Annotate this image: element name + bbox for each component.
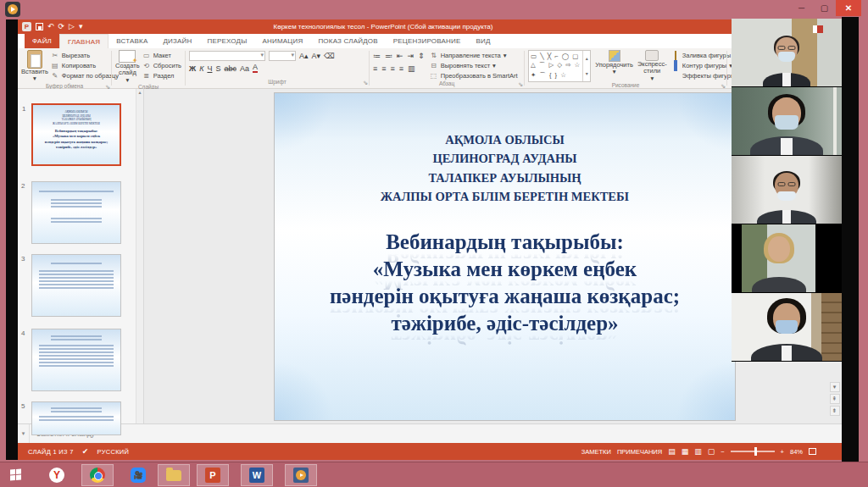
grow-font-button[interactable]: А▴ <box>299 52 309 60</box>
font-color-button[interactable]: А <box>253 64 258 73</box>
maximize-button[interactable]: ▢ <box>813 0 836 16</box>
slide-header-text[interactable]: АҚМОЛА ОБЛЫСЫ ЦЕЛИНОГРАД АУДАНЫ ТАЛАПКЕР… <box>275 130 735 207</box>
tab-insert[interactable]: ВСТАВКА <box>108 34 155 48</box>
font-size-combo[interactable] <box>269 51 296 61</box>
bold-button[interactable]: Ж <box>189 64 196 73</box>
slide-thumbnail-2[interactable]: 2 <box>31 181 121 244</box>
dialog-launcher-icon[interactable]: ⇘ <box>363 80 368 86</box>
tab-review[interactable]: РЕЦЕНЗИРОВАНИЕ <box>386 34 469 48</box>
slide-canvas[interactable]: АҚМОЛА ОБЛЫСЫ ЦЕЛИНОГРАД АУДАНЫ ТАЛАПКЕР… <box>274 92 736 421</box>
slide-thumbnail-1[interactable]: 1 АҚМОЛА ОБЛЫСЫЦЕЛИНОГРАД АУДАНЫ ТАЛАПКЕ… <box>31 103 121 166</box>
taskbar-zoom[interactable]: 🎥 <box>122 464 154 486</box>
taskbar-yandex-browser[interactable]: Y <box>41 464 73 486</box>
participant-video-2[interactable] <box>732 87 842 155</box>
align-text-button[interactable]: ⊟Выровнять текст▾ <box>430 60 518 70</box>
underline-button[interactable]: Ч <box>207 64 212 73</box>
shape-outline-button[interactable]: Контур фигуры▾ <box>671 60 741 70</box>
bullets-button[interactable]: ≔ <box>373 52 381 60</box>
thumbnails-scrollbar[interactable]: ▴ <box>136 89 143 423</box>
slide-title-text[interactable]: Вебинардың тақырыбы: «Музыка мен көркем … <box>275 229 735 337</box>
tab-slideshow[interactable]: ПОКАЗ СЛАЙДОВ <box>310 34 385 48</box>
slide-number: 4 <box>21 329 25 337</box>
align-text-icon: ⊟ <box>430 62 438 69</box>
smartart-button[interactable]: ⬚Преобразовать в SmartArt <box>430 70 518 80</box>
participant-video-3[interactable] <box>732 156 842 224</box>
tab-transitions[interactable]: ПЕРЕХОДЫ <box>200 34 255 48</box>
taskbar-powerpoint[interactable]: P <box>197 464 229 486</box>
tab-home[interactable]: ГЛАВНАЯ <box>59 34 108 48</box>
shapes-scroll[interactable]: ▴▾ <box>582 51 590 81</box>
shrink-font-button[interactable]: А▾ <box>312 52 321 60</box>
slide-sorter-icon[interactable]: ▦ <box>682 447 689 456</box>
slide-number: 2 <box>21 182 25 190</box>
taskbar-chrome[interactable] <box>81 464 114 486</box>
text-direction-button[interactable]: ⇅Направление текста▾ <box>430 50 518 60</box>
normal-view-icon[interactable]: ▤ <box>668 447 676 456</box>
arrange-button[interactable]: Упорядочить▾ <box>595 50 633 82</box>
decrease-indent-button[interactable]: ⇤ <box>397 52 403 60</box>
previous-slide-icon[interactable]: ⇞ <box>830 394 840 404</box>
dialog-launcher-icon[interactable]: ⇘ <box>518 81 523 88</box>
tab-file[interactable]: ФАЙЛ <box>25 34 59 48</box>
increase-indent-button[interactable]: ⇥ <box>408 52 415 60</box>
paste-button[interactable]: Вставить▾ <box>21 50 48 83</box>
text-shadow-button[interactable]: S <box>215 64 220 73</box>
format-painter-button[interactable]: ✎Формат по образцу <box>51 70 119 80</box>
justify-button[interactable]: ≡ <box>399 64 403 73</box>
close-button[interactable]: ✕ <box>836 0 861 16</box>
section-button[interactable]: ≣Раздел <box>142 70 181 80</box>
slide-number: 3 <box>21 255 25 263</box>
minimize-button[interactable]: ─ <box>790 0 813 16</box>
change-case-button[interactable]: Аа <box>240 64 249 73</box>
taskbar-media-player[interactable] <box>285 464 317 486</box>
tab-design[interactable]: ДИЗАЙН <box>155 34 199 48</box>
taskbar-word[interactable]: W <box>241 464 273 486</box>
line-spacing-button[interactable]: ⇕ <box>418 52 425 60</box>
zoom-slider[interactable] <box>731 451 775 452</box>
language-indicator[interactable]: РУССКИЙ <box>97 448 130 456</box>
italic-button[interactable]: К <box>199 64 203 73</box>
tab-view[interactable]: ВИД <box>469 34 498 48</box>
numbering-button[interactable]: ≕ <box>385 52 392 60</box>
shapes-gallery[interactable]: ▭ ╲ ╳ ⌐ ◯ ▢ △ ⌒ ▷ ◇ ⇨ ☆ ✦ ⌒ { } ☆ ▴▾ <box>528 50 591 82</box>
participant-video-4[interactable] <box>732 224 842 292</box>
slideshow-view-icon[interactable]: ▢ <box>708 447 715 456</box>
taskbar-explorer[interactable] <box>158 464 190 486</box>
participant-video-1[interactable] <box>732 19 842 86</box>
align-center-button[interactable]: ≡ <box>381 64 386 73</box>
strikethrough-button[interactable]: abc <box>224 64 236 73</box>
reading-view-icon[interactable]: ▥ <box>694 447 702 456</box>
spellcheck-icon[interactable]: ✔ <box>82 447 89 456</box>
new-slide-button[interactable]: Создать слайд▾ <box>115 50 140 84</box>
scroll-down-icon[interactable]: ▾ <box>830 382 840 392</box>
clear-formatting-button[interactable]: ⌫ <box>324 52 335 60</box>
notes-panel[interactable]: ▾ Заметки к слайду <box>18 423 842 443</box>
reset-button[interactable]: ⟲Сбросить <box>142 60 181 70</box>
slide-thumbnail-4[interactable]: 4 <box>31 329 121 391</box>
slide-thumbnail-3[interactable]: 3 <box>31 254 121 317</box>
notes-collapse-icon[interactable]: ▾ <box>18 424 30 443</box>
zoom-level[interactable]: 84% <box>790 448 803 456</box>
zoom-in-icon[interactable]: + <box>781 448 784 456</box>
media-play-icon[interactable] <box>5 2 20 17</box>
shape-effects-button[interactable]: Эффекты фигуры▾ <box>671 70 741 80</box>
fit-slide-icon[interactable] <box>809 448 816 455</box>
notes-toggle-button[interactable]: ЗАМЕТКИ <box>581 448 611 456</box>
participant-video-5[interactable] <box>732 293 842 361</box>
copy-button[interactable]: ▤Копировать <box>51 60 119 70</box>
tab-animations[interactable]: АНИМАЦИЯ <box>255 34 311 48</box>
comments-toggle-button[interactable]: ПРИМЕЧАНИЯ <box>617 448 662 456</box>
font-name-combo[interactable] <box>189 51 265 61</box>
shape-fill-button[interactable]: Заливка фигуры▾ <box>671 50 741 60</box>
cut-button[interactable]: ✂Вырезать <box>51 50 119 60</box>
columns-button[interactable]: ▥ <box>408 64 415 73</box>
next-slide-icon[interactable]: ⇟ <box>830 406 840 416</box>
zoom-out-icon[interactable]: − <box>721 448 724 456</box>
start-button[interactable] <box>0 464 32 486</box>
align-right-button[interactable]: ≡ <box>391 64 395 73</box>
editor-scrollbar[interactable]: ▾ ⇞ ⇟ <box>829 382 840 416</box>
align-left-button[interactable]: ≡ <box>373 64 377 73</box>
layout-button[interactable]: ▭Макет <box>142 50 181 60</box>
quick-styles-button[interactable]: Экспресс-стили▾ <box>637 50 667 82</box>
slide-thumbnail-5[interactable]: 5 <box>31 401 121 435</box>
